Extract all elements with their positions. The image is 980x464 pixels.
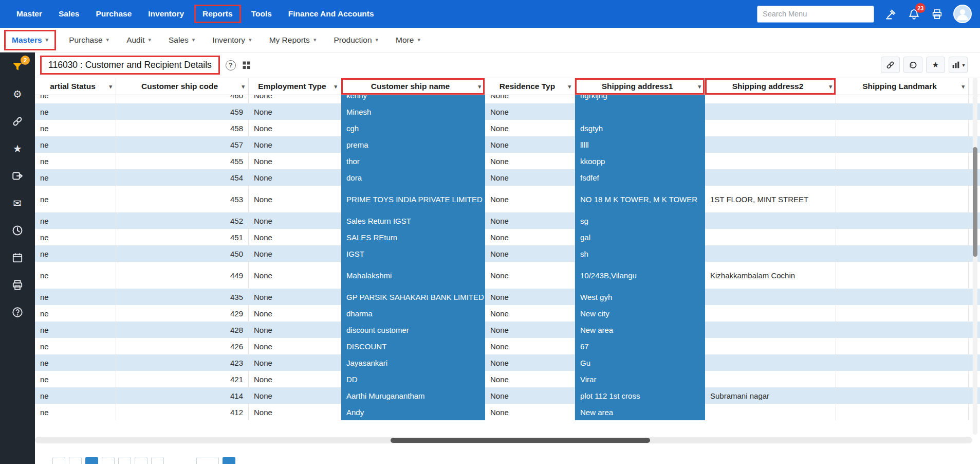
- table-row[interactable]: ne429NonedharmaNoneNew city: [35, 305, 980, 322]
- table-cell[interactable]: None: [249, 262, 341, 289]
- table-cell[interactable]: None: [485, 322, 575, 338]
- nav-tools[interactable]: Tools: [243, 5, 280, 23]
- subnav-sales[interactable]: Sales ▾: [160, 28, 204, 52]
- table-row[interactable]: ne426NoneDISCOUNTNone67: [35, 338, 980, 354]
- nav-master[interactable]: Master: [8, 5, 50, 23]
- horizontal-scroll-thumb[interactable]: [391, 438, 650, 443]
- table-cell[interactable]: None: [485, 186, 575, 212]
- table-cell[interactable]: ne: [35, 229, 116, 245]
- chevron-down-icon[interactable]: ▾: [568, 83, 571, 90]
- table-row[interactable]: ne449NoneMahalakshmiNone10/243B,VilanguK…: [35, 262, 980, 289]
- table-cell[interactable]: 435: [116, 289, 249, 305]
- table-row[interactable]: ne428Nonediscount customerNoneNew area: [35, 322, 980, 338]
- chevron-down-icon[interactable]: ▾: [334, 83, 337, 90]
- table-cell[interactable]: 428: [116, 322, 249, 338]
- table-cell[interactable]: 452: [116, 212, 249, 229]
- table-row[interactable]: ne455NonethorNonekkoopp: [35, 153, 980, 169]
- page-button[interactable]: [102, 457, 115, 464]
- gavel-icon[interactable]: [884, 7, 897, 21]
- vertical-scroll-thumb[interactable]: [973, 147, 977, 257]
- table-cell[interactable]: ne: [35, 262, 116, 289]
- table-cell[interactable]: [836, 186, 969, 212]
- table-cell[interactable]: None: [485, 103, 575, 120]
- table-cell[interactable]: [705, 95, 836, 103]
- table-cell[interactable]: [705, 289, 836, 305]
- table-cell[interactable]: None: [485, 305, 575, 322]
- page-button[interactable]: [196, 457, 219, 464]
- nav-finance-and-accounts[interactable]: Finance And Accounts: [280, 5, 382, 23]
- table-cell[interactable]: [836, 354, 969, 371]
- table-cell[interactable]: None: [485, 95, 575, 103]
- page-button[interactable]: [223, 457, 235, 464]
- table-cell[interactable]: plot 112 1st cross: [575, 387, 705, 404]
- table-cell[interactable]: None: [485, 387, 575, 404]
- table-cell[interactable]: None: [249, 136, 341, 153]
- table-cell[interactable]: 458: [116, 120, 249, 136]
- table-cell[interactable]: None: [485, 169, 575, 186]
- table-cell[interactable]: Jayasankari: [341, 354, 485, 371]
- chevron-down-icon[interactable]: ▾: [242, 83, 245, 90]
- page-button[interactable]: [69, 457, 82, 464]
- table-cell[interactable]: [705, 153, 836, 169]
- table-cell[interactable]: None: [485, 136, 575, 153]
- column-header[interactable]: Residence Typ▾: [485, 78, 575, 95]
- table-cell[interactable]: [836, 289, 969, 305]
- table-cell[interactable]: Mahalakshmi: [341, 262, 485, 289]
- table-row[interactable]: ne458NonecghNonedsgtyh: [35, 120, 980, 136]
- table-cell[interactable]: prema: [341, 136, 485, 153]
- table-cell[interactable]: [705, 354, 836, 371]
- table-cell[interactable]: [705, 404, 836, 420]
- column-header[interactable]: Shipping address2▾: [705, 78, 836, 95]
- horizontal-scrollbar[interactable]: [35, 437, 972, 443]
- table-cell[interactable]: 67: [575, 338, 705, 354]
- table-cell[interactable]: 1ST FLOOR, MINT STREET: [705, 186, 836, 212]
- table-row[interactable]: ne452NoneSales Return IGSTNonesg: [35, 212, 980, 229]
- page-button[interactable]: [151, 457, 164, 464]
- table-cell[interactable]: ne: [35, 338, 116, 354]
- table-row[interactable]: ne450NoneIGSTNonesh: [35, 245, 980, 262]
- table-cell[interactable]: None: [485, 354, 575, 371]
- table-cell[interactable]: None: [249, 153, 341, 169]
- table-cell[interactable]: None: [485, 212, 575, 229]
- table-cell[interactable]: ne: [35, 322, 116, 338]
- report-help-icon[interactable]: ?: [226, 60, 236, 70]
- table-cell[interactable]: None: [249, 404, 341, 420]
- table-cell[interactable]: [836, 95, 969, 103]
- table-cell[interactable]: Kizhakkambalam Cochin: [705, 262, 836, 289]
- chart-view-button[interactable]: ▾: [949, 57, 968, 73]
- subnav-masters[interactable]: Masters ▾: [4, 30, 56, 50]
- table-cell[interactable]: None: [249, 229, 341, 245]
- table-cell[interactable]: [705, 305, 836, 322]
- search-input[interactable]: [757, 6, 874, 23]
- table-row[interactable]: ne453NonePRIME TOYS INDIA PRIVATE LIMITE…: [35, 186, 980, 212]
- table-cell[interactable]: ne: [35, 404, 116, 420]
- table-cell[interactable]: [836, 387, 969, 404]
- mail-icon[interactable]: ✉: [10, 195, 25, 211]
- table-cell[interactable]: None: [249, 354, 341, 371]
- table-cell[interactable]: 429: [116, 305, 249, 322]
- table-cell[interactable]: [705, 120, 836, 136]
- table-cell[interactable]: 454: [116, 169, 249, 186]
- table-cell[interactable]: ne: [35, 103, 116, 120]
- table-cell[interactable]: [705, 338, 836, 354]
- table-cell[interactable]: [705, 169, 836, 186]
- calendar-icon[interactable]: [10, 250, 25, 265]
- table-cell[interactable]: GP PARSIK SAHAKARI BANK LIMITED: [341, 289, 485, 305]
- table-cell[interactable]: None: [249, 338, 341, 354]
- table-cell[interactable]: None: [485, 153, 575, 169]
- chevron-down-icon[interactable]: ▾: [829, 83, 832, 90]
- table-cell[interactable]: None: [485, 120, 575, 136]
- table-cell[interactable]: None: [485, 289, 575, 305]
- table-cell[interactable]: ne: [35, 169, 116, 186]
- chevron-down-icon[interactable]: ▾: [698, 83, 701, 90]
- table-cell[interactable]: [705, 371, 836, 387]
- table-cell[interactable]: 455: [116, 153, 249, 169]
- table-row[interactable]: ne460NonekennyNonehgrkljng: [35, 95, 980, 103]
- page-button[interactable]: [118, 457, 131, 464]
- subnav-audit[interactable]: Audit ▾: [118, 28, 160, 52]
- nav-sales[interactable]: Sales: [50, 5, 88, 23]
- table-cell[interactable]: NO 18 M K TOWER, M K TOWER: [575, 186, 705, 212]
- table-cell[interactable]: dora: [341, 169, 485, 186]
- printer-icon[interactable]: [10, 277, 25, 293]
- table-cell[interactable]: [836, 371, 969, 387]
